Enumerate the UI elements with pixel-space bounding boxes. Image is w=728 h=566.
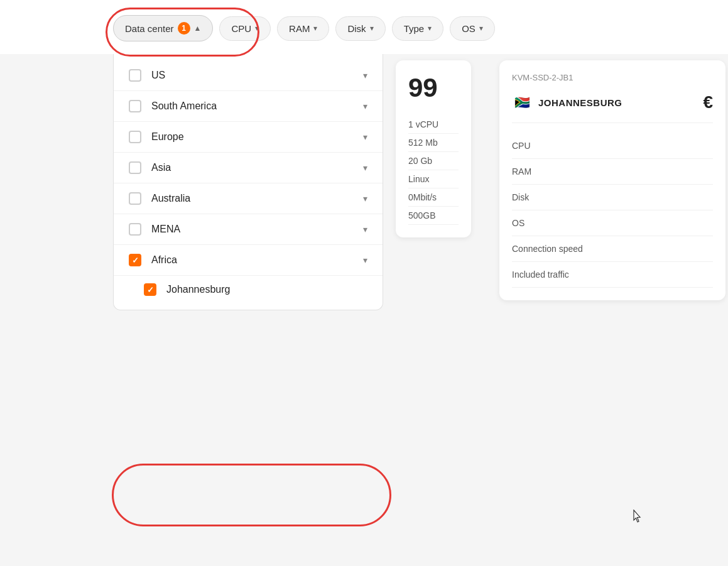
spec-ram-val: 512 Mb <box>408 134 459 152</box>
right-panel: KVM-SSD-2-JB1 🇿🇦 JOHANNESBURG € CPU RAM … <box>499 60 725 300</box>
spec-speed-val: 0Mbit/s <box>408 188 459 207</box>
spec-traffic-val: 500GB <box>408 207 459 225</box>
south-africa-flag: 🇿🇦 <box>512 92 532 112</box>
dropdown-item-europe[interactable]: Europe ▾ <box>114 122 383 153</box>
data-center-badge: 1 <box>178 22 190 35</box>
dropdown-item-australia[interactable]: Australia ▾ <box>114 183 383 214</box>
dropdown-item-south-america[interactable]: South America ▾ <box>114 91 383 122</box>
europe-label: Europe <box>151 131 363 143</box>
south-america-label: South America <box>151 101 363 112</box>
europe-chevron: ▾ <box>363 132 367 142</box>
checkbox-australia[interactable] <box>129 192 141 205</box>
dropdown-item-asia[interactable]: Asia ▾ <box>114 153 383 183</box>
location-row: 🇿🇦 JOHANNESBURG € <box>512 92 713 123</box>
dropdown-item-mena[interactable]: MENA ▾ <box>114 214 383 245</box>
dropdown-item-africa[interactable]: Africa ▾ <box>114 245 383 276</box>
ram-chevron: ▾ <box>313 24 317 33</box>
main-content: US ▾ South America ▾ Europe ▾ Asia ▾ Aus… <box>0 54 728 566</box>
checkbox-south-america[interactable] <box>129 100 141 112</box>
spec-disk-val: 20 Gb <box>408 152 459 170</box>
checkbox-us[interactable] <box>129 69 141 82</box>
africa-johannesburg-highlight <box>112 464 391 526</box>
right-panel-disk: Disk <box>512 185 713 210</box>
checkbox-johannesburg[interactable] <box>144 283 156 296</box>
cpu-chevron: ▾ <box>255 24 259 33</box>
dropdown-panel: US ▾ South America ▾ Europe ▾ Asia ▾ Aus… <box>113 54 383 310</box>
dropdown-item-us[interactable]: US ▾ <box>114 60 383 91</box>
location-name: JOHANNESBURG <box>538 97 622 108</box>
filter-chip-disk[interactable]: Disk ▾ <box>335 16 385 41</box>
mouse-cursor <box>633 509 643 522</box>
right-panel-ram: RAM <box>512 159 713 185</box>
us-label: US <box>151 70 363 81</box>
type-chevron: ▾ <box>428 24 432 33</box>
cpu-label: CPU <box>231 23 251 34</box>
os-label: OS <box>462 23 475 34</box>
disk-label: Disk <box>347 23 366 34</box>
disk-chevron: ▾ <box>370 24 374 33</box>
africa-label: Africa <box>151 254 363 266</box>
right-panel-os: OS <box>512 210 713 236</box>
filter-chip-os[interactable]: OS ▾ <box>450 16 495 41</box>
right-panel-included-traffic: Included traffic <box>512 262 713 288</box>
server-name: KVM-SSD-2-JB1 <box>512 73 713 82</box>
data-center-chevron: ▲ <box>194 24 202 33</box>
data-center-label: Data center <box>125 23 174 34</box>
checkbox-asia[interactable] <box>129 161 141 174</box>
filter-chip-type[interactable]: Type ▾ <box>392 16 444 41</box>
dropdown-subitem-johannesburg[interactable]: Johannesburg <box>114 276 383 303</box>
australia-chevron: ▾ <box>363 193 367 204</box>
price: 99 <box>408 73 459 103</box>
checkbox-europe[interactable] <box>129 131 141 143</box>
filter-chip-data-center[interactable]: Data center 1 ▲ <box>113 15 213 41</box>
filter-chip-ram[interactable]: RAM ▾ <box>277 16 329 41</box>
africa-chevron: ▾ <box>363 255 367 265</box>
filter-chip-cpu[interactable]: CPU ▾ <box>219 16 271 41</box>
right-panel-cpu: CPU <box>512 133 713 159</box>
mena-chevron: ▾ <box>363 224 367 234</box>
product-card: 99 1 vCPU 512 Mb 20 Gb Linux 0Mbit/s 500… <box>396 60 471 237</box>
spec-vcpu: 1 vCPU <box>408 116 459 134</box>
johannesburg-label: Johannesburg <box>166 284 367 295</box>
checkbox-africa[interactable] <box>129 254 141 266</box>
right-panel-connection-speed: Connection speed <box>512 236 713 262</box>
asia-chevron: ▾ <box>363 163 367 173</box>
spec-os-val: Linux <box>408 170 459 188</box>
mena-label: MENA <box>151 224 363 235</box>
asia-label: Asia <box>151 162 363 173</box>
checkbox-mena[interactable] <box>129 223 141 236</box>
type-label: Type <box>404 23 425 34</box>
os-chevron: ▾ <box>479 24 483 33</box>
ram-label: RAM <box>289 23 310 34</box>
filter-bar: Data center 1 ▲ CPU ▾ RAM ▾ Disk ▾ Type … <box>0 0 728 54</box>
australia-label: Australia <box>151 193 363 204</box>
south-america-chevron: ▾ <box>363 101 367 111</box>
euro-sign: € <box>703 92 713 112</box>
us-chevron: ▾ <box>363 70 367 80</box>
